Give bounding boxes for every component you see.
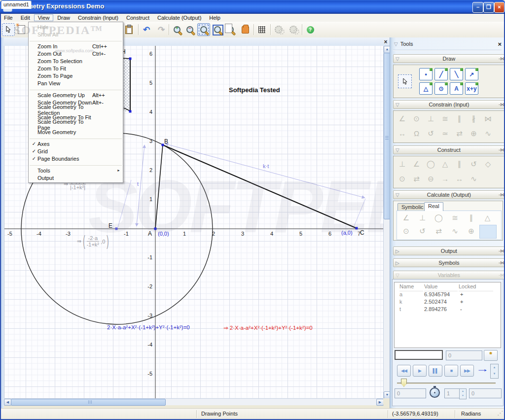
construct-tool-icon[interactable]: ↔ bbox=[452, 172, 467, 185]
title-bar[interactable]: G Geometry Expressions Demo – ❒ × bbox=[0, 0, 505, 14]
view-menu-item[interactable]: ✓ Axes bbox=[29, 140, 123, 147]
calculate-tool-icon[interactable]: ∠ bbox=[398, 211, 414, 224]
constrain-tool-icon[interactable]: ∿ bbox=[481, 127, 495, 140]
zoom-to-page-button[interactable] bbox=[224, 23, 237, 36]
view-menu-item[interactable]: Scale Geometry Up Alt++ bbox=[29, 91, 123, 99]
constrain-tool-icon[interactable]: ≅ bbox=[438, 112, 452, 125]
animation-end-field[interactable]: 0 bbox=[469, 388, 502, 398]
undo-button[interactable]: ↶ bbox=[140, 23, 153, 36]
calculate-tool-icon[interactable]: ⊕ bbox=[463, 225, 479, 238]
constrain-tool-icon[interactable]: ⊙ bbox=[409, 112, 424, 125]
close-button[interactable]: × bbox=[494, 2, 505, 13]
section-header-calculate[interactable]: ▽ Calculate (Output) -⋈ bbox=[393, 190, 505, 199]
view-menu-item[interactable]: Show All bbox=[29, 31, 123, 38]
pan-button[interactable] bbox=[239, 23, 252, 36]
move-geometry-button[interactable] bbox=[287, 23, 300, 36]
minimize-button[interactable]: – bbox=[472, 2, 483, 13]
construct-tool-icon[interactable]: ∠ bbox=[409, 157, 424, 171]
animation-slider-track[interactable] bbox=[397, 383, 496, 385]
calculate-tool-icon[interactable]: ∿ bbox=[447, 225, 463, 238]
play-button[interactable]: ▶ bbox=[413, 365, 427, 377]
help-button[interactable]: ? bbox=[304, 23, 317, 36]
label-origin-coords[interactable]: (0,0) bbox=[158, 231, 169, 237]
construct-tool-icon[interactable]: → bbox=[438, 172, 452, 185]
constrain-tool-icon[interactable]: ∠ bbox=[395, 112, 409, 125]
animation-start-field[interactable]: 0 bbox=[395, 388, 426, 398]
point-A[interactable] bbox=[154, 228, 157, 230]
direction-arrow-icon[interactable]: → bbox=[476, 364, 489, 374]
equation-blue[interactable]: 2·X·a-a²+X²·(-1+k²)+Y²·(-1+k²)=0 bbox=[107, 324, 190, 330]
center-expression[interactable]: ⇒ ( -2·a-1+k² ,0 ) bbox=[77, 235, 109, 247]
view-menu-item[interactable]: Scale Geometry To Selection bbox=[29, 106, 123, 113]
construct-tool-icon[interactable]: ⊖ bbox=[424, 172, 438, 185]
construct-tool-icon[interactable]: ◯ bbox=[424, 157, 438, 171]
construct-tool-icon[interactable]: △ bbox=[438, 157, 452, 171]
menubar-item[interactable]: Edit bbox=[17, 14, 34, 21]
calculate-tool-icon[interactable]: ≅ bbox=[447, 211, 463, 224]
calculate-tool-icon[interactable]: ↺ bbox=[414, 225, 431, 238]
variables-table[interactable]: Name Value Locked a 6.9345794 + k 2.5024… bbox=[394, 282, 501, 348]
variable-row[interactable]: a 6.9345794 + bbox=[395, 291, 501, 299]
redo-button[interactable]: ↷ bbox=[155, 23, 168, 36]
construct-tool-icon[interactable]: ⊙ bbox=[395, 172, 409, 185]
column-header-name[interactable]: Name bbox=[399, 283, 423, 291]
constrain-tool-icon[interactable]: ≃ bbox=[438, 127, 452, 140]
spin-up-icon[interactable]: ▲ bbox=[460, 389, 466, 393]
skip-end-button[interactable]: ▶▶ bbox=[460, 365, 474, 377]
draw-tool-button[interactable]: ↗ bbox=[465, 68, 478, 80]
view-menu-item[interactable]: Zoom In Ctrl++ bbox=[29, 42, 123, 50]
variable-locked-flag[interactable]: - bbox=[460, 306, 462, 312]
section-header-symbols[interactable]: ▷ Symbols -⋈ bbox=[393, 258, 505, 267]
view-menu-item[interactable]: Scale Geometry To Page bbox=[29, 121, 123, 128]
dimension-line-kt[interactable] bbox=[166, 144, 364, 198]
draw-tool-button[interactable]: ╱ bbox=[434, 68, 448, 80]
menubar-item[interactable]: Construct bbox=[122, 14, 153, 21]
calculate-tool-icon[interactable]: ◯ bbox=[431, 211, 447, 224]
view-menu-item[interactable]: Zoom To Page bbox=[29, 72, 123, 79]
paste-button[interactable] bbox=[122, 23, 135, 36]
construct-tool-icon[interactable]: ∥ bbox=[452, 157, 467, 171]
constrain-tool-icon[interactable]: ↺ bbox=[424, 127, 438, 140]
calculate-tool-icon[interactable]: ⇄ bbox=[431, 225, 447, 238]
calculate-tool-icon[interactable]: △ bbox=[479, 211, 496, 224]
calculate-tool-icon[interactable]: ⊙ bbox=[398, 225, 414, 238]
view-menu-item[interactable] bbox=[30, 163, 122, 166]
view-menu-item[interactable]: Hide bbox=[29, 23, 123, 31]
label-A[interactable]: A bbox=[148, 230, 152, 237]
draw-tool-button[interactable]: x+y bbox=[465, 82, 478, 95]
constrain-tool-icon[interactable]: ↔ bbox=[395, 127, 409, 140]
zoom-in-button[interactable]: + bbox=[171, 23, 183, 36]
calculate-tool-icon[interactable]: ∥ bbox=[463, 211, 479, 224]
view-menu-item[interactable] bbox=[30, 137, 122, 139]
variable-value-field[interactable]: 0 bbox=[446, 350, 482, 360]
view-menu-item[interactable] bbox=[30, 39, 122, 41]
view-menu-item[interactable]: Zoom To Selection bbox=[29, 57, 123, 65]
menubar-item[interactable]: View bbox=[34, 14, 54, 21]
section-header-draw[interactable]: ▽ Draw -⋈ bbox=[393, 54, 505, 63]
vertical-scrollbar[interactable]: ▲ ▼ bbox=[383, 46, 390, 398]
new-sketch-button[interactable] bbox=[15, 23, 28, 36]
variable-locked-flag[interactable]: + bbox=[460, 291, 463, 297]
zoom-to-selection-button[interactable] bbox=[197, 23, 210, 36]
horizontal-scrollbar[interactable]: ◀ ▶ bbox=[4, 398, 383, 405]
equation-red[interactable]: ⇒ 2·X·a-a²+X²·(-1+k²)+Y²·(-1+k²)=0 bbox=[223, 324, 313, 331]
panel-close-icon[interactable]: × bbox=[498, 40, 502, 48]
spin-up-icon[interactable]: ▲ bbox=[491, 364, 498, 371]
view-menu-item[interactable]: ✓ Grid bbox=[29, 147, 123, 155]
construct-tool-icon[interactable]: ∿ bbox=[467, 172, 481, 185]
point-H-bottom[interactable] bbox=[129, 110, 132, 113]
view-menu-item[interactable]: ✓ Page Boundaries bbox=[29, 155, 123, 162]
section-header-constrain[interactable]: ▽ Constrain (Input) -⋈ bbox=[393, 100, 505, 109]
column-header-locked[interactable]: Locked bbox=[459, 283, 493, 291]
variable-row[interactable]: k 2.502474 + bbox=[395, 299, 501, 306]
section-header-construct[interactable]: ▽ Construct -⋈ bbox=[393, 145, 505, 154]
pause-button[interactable]: ▌▌ bbox=[429, 365, 442, 377]
constrain-tool-icon[interactable]: ⊥ bbox=[424, 112, 438, 125]
select-tool-button[interactable] bbox=[398, 74, 412, 88]
resize-grip[interactable]: ⋰ bbox=[497, 410, 503, 417]
constrain-tool-icon[interactable]: ∦ bbox=[467, 112, 481, 125]
zoom-out-button[interactable]: − bbox=[183, 23, 196, 36]
construct-tool-icon[interactable]: ⇄ bbox=[409, 172, 424, 185]
constrain-tool-icon[interactable]: ⇄ bbox=[452, 127, 467, 140]
select-tool-button[interactable] bbox=[2, 23, 15, 36]
